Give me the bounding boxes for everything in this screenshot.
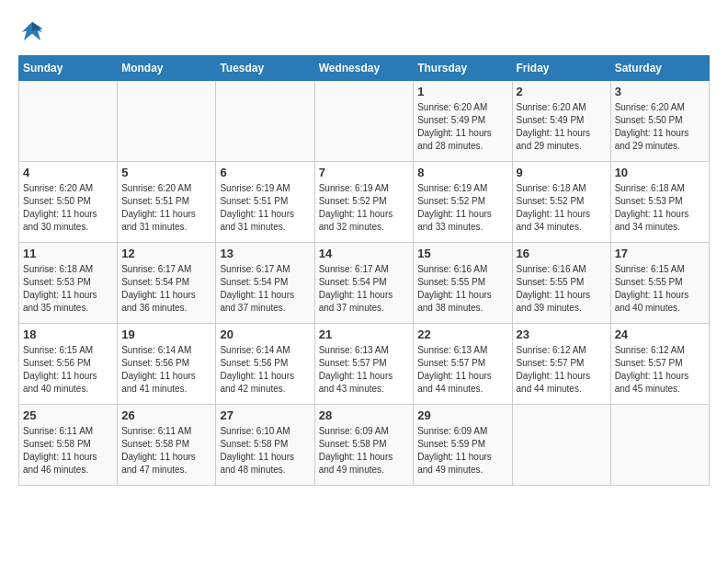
day-number: 17 (615, 247, 705, 260)
week-row-5: 25Sunrise: 6:11 AM Sunset: 5:58 PM Dayli… (19, 405, 710, 486)
calendar-cell: 15Sunrise: 6:16 AM Sunset: 5:55 PM Dayli… (414, 243, 512, 324)
calendar-table: SundayMondayTuesdayWednesdayThursdayFrid… (18, 55, 710, 486)
day-number: 7 (319, 166, 410, 179)
calendar-cell: 8Sunrise: 6:19 AM Sunset: 5:52 PM Daylig… (414, 162, 512, 243)
weekday-header-saturday: Saturday (610, 56, 709, 81)
day-info: Sunrise: 6:10 AM Sunset: 5:58 PM Dayligh… (220, 425, 310, 477)
day-info: Sunrise: 6:18 AM Sunset: 5:53 PM Dayligh… (615, 182, 705, 234)
calendar-cell: 24Sunrise: 6:12 AM Sunset: 5:57 PM Dayli… (610, 324, 709, 405)
day-number: 24 (615, 327, 705, 341)
day-number: 2 (517, 85, 607, 98)
day-info: Sunrise: 6:13 AM Sunset: 5:57 PM Dayligh… (319, 344, 410, 396)
page-header (18, 18, 710, 46)
calendar-cell: 14Sunrise: 6:17 AM Sunset: 5:54 PM Dayli… (314, 243, 414, 324)
day-number: 14 (319, 247, 410, 260)
calendar-cell: 1Sunrise: 6:20 AM Sunset: 5:49 PM Daylig… (414, 81, 512, 162)
day-number: 9 (517, 166, 607, 179)
day-number: 29 (417, 408, 507, 422)
day-info: Sunrise: 6:20 AM Sunset: 5:49 PM Dayligh… (517, 101, 607, 153)
weekday-header-sunday: Sunday (19, 56, 118, 81)
calendar-cell: 19Sunrise: 6:14 AM Sunset: 5:56 PM Dayli… (118, 324, 216, 405)
calendar-cell: 20Sunrise: 6:14 AM Sunset: 5:56 PM Dayli… (216, 324, 314, 405)
day-number: 8 (417, 166, 507, 179)
calendar-cell: 17Sunrise: 6:15 AM Sunset: 5:55 PM Dayli… (610, 243, 709, 324)
calendar-cell: 21Sunrise: 6:13 AM Sunset: 5:57 PM Dayli… (314, 324, 414, 405)
day-info: Sunrise: 6:20 AM Sunset: 5:50 PM Dayligh… (615, 101, 705, 153)
day-info: Sunrise: 6:11 AM Sunset: 5:58 PM Dayligh… (121, 425, 211, 477)
calendar-cell (314, 81, 414, 162)
calendar-cell (216, 81, 314, 162)
day-info: Sunrise: 6:18 AM Sunset: 5:53 PM Dayligh… (23, 263, 113, 315)
logo (18, 18, 50, 46)
day-info: Sunrise: 6:19 AM Sunset: 5:52 PM Dayligh… (417, 182, 507, 234)
weekday-header-thursday: Thursday (414, 56, 512, 81)
day-number: 26 (121, 408, 211, 422)
calendar-cell: 11Sunrise: 6:18 AM Sunset: 5:53 PM Dayli… (19, 243, 118, 324)
day-number: 16 (517, 247, 607, 260)
calendar-cell: 22Sunrise: 6:13 AM Sunset: 5:57 PM Dayli… (414, 324, 512, 405)
day-info: Sunrise: 6:19 AM Sunset: 5:51 PM Dayligh… (220, 182, 310, 234)
calendar-cell: 23Sunrise: 6:12 AM Sunset: 5:57 PM Dayli… (512, 324, 610, 405)
weekday-header-monday: Monday (118, 56, 216, 81)
day-info: Sunrise: 6:20 AM Sunset: 5:50 PM Dayligh… (23, 182, 113, 234)
day-info: Sunrise: 6:15 AM Sunset: 5:56 PM Dayligh… (23, 344, 113, 396)
day-info: Sunrise: 6:13 AM Sunset: 5:57 PM Dayligh… (417, 344, 507, 396)
calendar-cell (610, 405, 709, 486)
calendar-cell: 18Sunrise: 6:15 AM Sunset: 5:56 PM Dayli… (19, 324, 118, 405)
weekday-header-wednesday: Wednesday (314, 56, 414, 81)
week-row-4: 18Sunrise: 6:15 AM Sunset: 5:56 PM Dayli… (19, 324, 710, 405)
calendar-cell: 2Sunrise: 6:20 AM Sunset: 5:49 PM Daylig… (512, 81, 610, 162)
calendar-cell: 6Sunrise: 6:19 AM Sunset: 5:51 PM Daylig… (216, 162, 314, 243)
day-info: Sunrise: 6:15 AM Sunset: 5:55 PM Dayligh… (615, 263, 705, 315)
calendar-cell: 3Sunrise: 6:20 AM Sunset: 5:50 PM Daylig… (610, 81, 709, 162)
day-info: Sunrise: 6:17 AM Sunset: 5:54 PM Dayligh… (220, 263, 310, 315)
day-number: 28 (319, 408, 410, 422)
day-number: 25 (23, 408, 113, 422)
calendar-cell: 13Sunrise: 6:17 AM Sunset: 5:54 PM Dayli… (216, 243, 314, 324)
day-info: Sunrise: 6:17 AM Sunset: 5:54 PM Dayligh… (319, 263, 410, 315)
day-number: 18 (23, 327, 113, 341)
calendar-cell (19, 81, 118, 162)
calendar-cell: 5Sunrise: 6:20 AM Sunset: 5:51 PM Daylig… (118, 162, 216, 243)
day-number: 4 (23, 166, 113, 179)
calendar-cell: 7Sunrise: 6:19 AM Sunset: 5:52 PM Daylig… (314, 162, 414, 243)
day-info: Sunrise: 6:09 AM Sunset: 5:58 PM Dayligh… (319, 425, 410, 477)
calendar-cell: 25Sunrise: 6:11 AM Sunset: 5:58 PM Dayli… (19, 405, 118, 486)
day-info: Sunrise: 6:18 AM Sunset: 5:52 PM Dayligh… (517, 182, 607, 234)
calendar-cell: 27Sunrise: 6:10 AM Sunset: 5:58 PM Dayli… (216, 405, 314, 486)
day-info: Sunrise: 6:16 AM Sunset: 5:55 PM Dayligh… (417, 263, 507, 315)
day-number: 22 (417, 327, 507, 341)
day-info: Sunrise: 6:19 AM Sunset: 5:52 PM Dayligh… (319, 182, 410, 234)
weekday-header-row: SundayMondayTuesdayWednesdayThursdayFrid… (19, 56, 710, 81)
day-number: 11 (23, 247, 113, 260)
day-info: Sunrise: 6:12 AM Sunset: 5:57 PM Dayligh… (615, 344, 705, 396)
day-info: Sunrise: 6:17 AM Sunset: 5:54 PM Dayligh… (121, 263, 211, 315)
week-row-2: 4Sunrise: 6:20 AM Sunset: 5:50 PM Daylig… (19, 162, 710, 243)
calendar-cell (512, 405, 610, 486)
calendar-cell: 16Sunrise: 6:16 AM Sunset: 5:55 PM Dayli… (512, 243, 610, 324)
day-number: 21 (319, 327, 410, 341)
day-number: 23 (517, 327, 607, 341)
calendar-cell: 9Sunrise: 6:18 AM Sunset: 5:52 PM Daylig… (512, 162, 610, 243)
day-number: 1 (417, 85, 507, 98)
day-number: 10 (615, 166, 705, 179)
day-info: Sunrise: 6:20 AM Sunset: 5:51 PM Dayligh… (121, 182, 211, 234)
day-number: 13 (220, 247, 310, 260)
calendar-cell: 29Sunrise: 6:09 AM Sunset: 5:59 PM Dayli… (414, 405, 512, 486)
day-info: Sunrise: 6:20 AM Sunset: 5:49 PM Dayligh… (417, 101, 507, 153)
day-info: Sunrise: 6:16 AM Sunset: 5:55 PM Dayligh… (517, 263, 607, 315)
day-info: Sunrise: 6:14 AM Sunset: 5:56 PM Dayligh… (220, 344, 310, 396)
day-info: Sunrise: 6:11 AM Sunset: 5:58 PM Dayligh… (23, 425, 113, 477)
day-number: 20 (220, 327, 310, 341)
svg-marker-1 (32, 22, 42, 31)
day-number: 27 (220, 408, 310, 422)
day-info: Sunrise: 6:14 AM Sunset: 5:56 PM Dayligh… (121, 344, 211, 396)
logo-bird-icon (18, 18, 46, 46)
week-row-3: 11Sunrise: 6:18 AM Sunset: 5:53 PM Dayli… (19, 243, 710, 324)
week-row-1: 1Sunrise: 6:20 AM Sunset: 5:49 PM Daylig… (19, 81, 710, 162)
day-info: Sunrise: 6:12 AM Sunset: 5:57 PM Dayligh… (517, 344, 607, 396)
day-number: 15 (417, 247, 507, 260)
day-number: 12 (121, 247, 211, 260)
calendar-cell: 4Sunrise: 6:20 AM Sunset: 5:50 PM Daylig… (19, 162, 118, 243)
day-number: 5 (121, 166, 211, 179)
